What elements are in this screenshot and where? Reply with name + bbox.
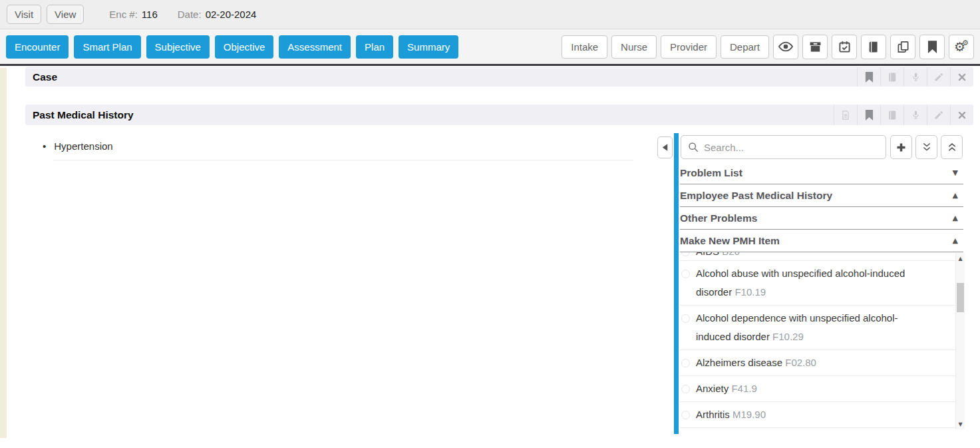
list-item[interactable]: Alcohol abuse with unspecified alcohol-i… bbox=[680, 261, 963, 306]
bullet-icon: • bbox=[43, 140, 46, 152]
chevrons-down-icon bbox=[921, 142, 932, 152]
option-name: AIDS bbox=[696, 252, 719, 257]
tab-objective[interactable]: Objective bbox=[215, 35, 274, 59]
tab-smart-plan[interactable]: Smart Plan bbox=[74, 35, 140, 59]
option-code: B20 bbox=[722, 252, 740, 257]
add-item-button[interactable] bbox=[890, 135, 912, 159]
expand-all-button[interactable] bbox=[915, 135, 937, 159]
pmh-entry-hypertension: • Hypertension bbox=[43, 140, 628, 152]
book-icon bbox=[868, 41, 880, 53]
scroll-up-arrow-icon[interactable]: ▲ bbox=[956, 253, 965, 264]
accordion-other-problems[interactable]: Other Problems ▲ bbox=[680, 207, 963, 230]
chevron-left-icon bbox=[662, 144, 668, 151]
radio-circle-icon bbox=[681, 411, 690, 419]
tab-assessment[interactable]: Assessment bbox=[279, 35, 351, 59]
list-scrollbar[interactable]: ▲ ▼ bbox=[955, 253, 965, 429]
settings-button[interactable]: ⚙⚙ bbox=[949, 35, 974, 59]
collapsed-sidebar-strip bbox=[0, 68, 7, 438]
case-section-title: Case bbox=[25, 71, 857, 83]
plus-icon bbox=[896, 142, 907, 153]
option-code: M19.90 bbox=[733, 409, 766, 420]
tab-subjective[interactable]: Subjective bbox=[146, 35, 210, 59]
provider-button[interactable]: Provider bbox=[661, 35, 717, 59]
scrollbar-thumb[interactable] bbox=[957, 283, 964, 312]
case-section-header: Case bbox=[25, 67, 973, 87]
search-icon bbox=[688, 142, 699, 152]
list-item[interactable]: Arthritis M19.90 bbox=[680, 402, 963, 428]
option-name: Alzheimers disease bbox=[696, 357, 782, 368]
accordion-employee-pmh[interactable]: Employee Past Medical History ▲ bbox=[680, 184, 963, 207]
pmh-section-actions bbox=[834, 105, 973, 125]
chart-tab-group: Encounter Smart Plan Subjective Objectiv… bbox=[6, 35, 464, 59]
eye-button[interactable] bbox=[773, 35, 798, 59]
tab-summary[interactable]: Summary bbox=[399, 35, 458, 59]
copy-icon bbox=[897, 41, 909, 53]
microphone-icon[interactable] bbox=[903, 105, 927, 125]
panel-accordions: Problem List ▼ Employee Past Medical His… bbox=[680, 162, 963, 252]
accordion-label: Employee Past Medical History bbox=[680, 190, 832, 202]
document-icon[interactable] bbox=[834, 105, 857, 125]
encounter-number: Enc #: 116 bbox=[109, 9, 157, 20]
option-code: F10.29 bbox=[772, 331, 804, 342]
calendar-check-icon bbox=[838, 41, 851, 53]
pencil-icon[interactable] bbox=[927, 105, 950, 125]
pmh-option-list: AIDS B20 Alcohol abuse with unspecified … bbox=[680, 252, 963, 429]
visit-button[interactable]: Visit bbox=[7, 5, 41, 24]
nurse-button[interactable]: Nurse bbox=[611, 35, 657, 59]
chevrons-up-icon bbox=[947, 142, 957, 152]
date-label: Date: bbox=[178, 9, 202, 20]
close-icon[interactable] bbox=[950, 105, 973, 125]
accordion-label: Other Problems bbox=[680, 212, 757, 224]
bookmark-button[interactable] bbox=[919, 35, 945, 59]
tab-plan[interactable]: Plan bbox=[356, 35, 393, 59]
microphone-icon[interactable] bbox=[903, 67, 927, 87]
option-name: Arthritis bbox=[696, 409, 730, 420]
book-icon[interactable] bbox=[880, 105, 903, 125]
chevron-down-icon: ▼ bbox=[953, 168, 963, 177]
collapse-all-button[interactable] bbox=[941, 135, 963, 159]
schedule-button[interactable] bbox=[832, 35, 857, 59]
pmh-entry-divider bbox=[53, 160, 633, 160]
bookmark-icon[interactable] bbox=[857, 105, 880, 125]
journal-button[interactable] bbox=[861, 35, 886, 59]
pmh-entry-label: Hypertension bbox=[54, 140, 112, 152]
option-name: Anxiety bbox=[696, 383, 729, 394]
case-section-actions bbox=[857, 67, 973, 87]
main-toolbar: Encounter Smart Plan Subjective Objectiv… bbox=[0, 29, 980, 66]
enc-label: Enc #: bbox=[109, 9, 138, 20]
archive-button[interactable] bbox=[802, 35, 828, 59]
radio-circle-icon bbox=[681, 359, 690, 367]
bookmark-icon[interactable] bbox=[857, 67, 880, 87]
search-input[interactable] bbox=[704, 142, 879, 153]
panel-search-box bbox=[681, 135, 886, 159]
chevron-up-icon: ▲ bbox=[953, 214, 963, 222]
panel-collapse-button[interactable] bbox=[657, 136, 673, 158]
tab-encounter[interactable]: Encounter bbox=[6, 35, 69, 59]
bookmark-icon bbox=[927, 41, 937, 53]
accordion-label: Make New PMH Item bbox=[680, 235, 780, 247]
list-item[interactable]: Alzheimers disease F02.80 bbox=[680, 350, 963, 376]
book-icon[interactable] bbox=[880, 67, 903, 87]
pencil-icon[interactable] bbox=[927, 67, 950, 87]
pmh-section-title: Past Medical History bbox=[25, 109, 834, 121]
close-icon[interactable] bbox=[950, 67, 973, 87]
accordion-label: Problem List bbox=[680, 167, 742, 179]
accordion-make-new-pmh[interactable]: Make New PMH Item ▲ bbox=[680, 230, 963, 252]
list-item[interactable]: Alcohol dependence with unspecified alco… bbox=[680, 306, 963, 350]
intake-button[interactable]: Intake bbox=[562, 35, 607, 59]
depart-button[interactable]: Depart bbox=[721, 35, 769, 59]
option-code: F10.19 bbox=[735, 286, 766, 298]
copy-button[interactable] bbox=[890, 35, 915, 59]
option-code: F41.9 bbox=[731, 383, 756, 394]
settings-gears-icon: ⚙⚙ bbox=[954, 41, 969, 53]
panel-accent-bar bbox=[674, 133, 679, 434]
option-name: Alcohol abuse with unspecified alcohol-i… bbox=[696, 268, 905, 298]
scroll-down-arrow-icon[interactable]: ▼ bbox=[956, 419, 965, 429]
list-item-clipped[interactable]: AIDS B20 bbox=[680, 252, 963, 261]
list-item[interactable]: Anxiety F41.9 bbox=[680, 376, 963, 402]
chevron-up-icon: ▲ bbox=[953, 191, 963, 200]
option-code: F02.80 bbox=[785, 357, 816, 368]
view-button[interactable]: View bbox=[47, 5, 84, 24]
accordion-problem-list[interactable]: Problem List ▼ bbox=[680, 162, 963, 184]
radio-circle-icon bbox=[681, 385, 690, 393]
